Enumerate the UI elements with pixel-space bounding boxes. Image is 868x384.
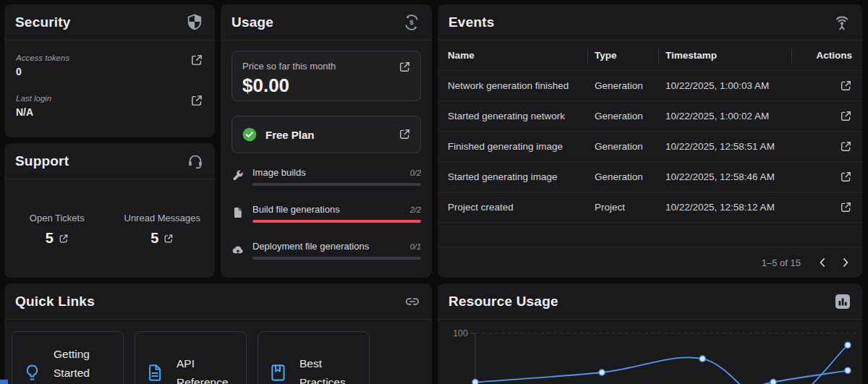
event-timestamp: 10/22/2025, 1:00:03 AM (658, 80, 791, 91)
event-timestamp: 10/22/2025, 12:58:12 AM (658, 202, 791, 213)
external-link-icon[interactable] (840, 110, 852, 122)
unread-messages-stat: Unread Messages 5 (110, 213, 216, 247)
meter-track (252, 257, 421, 260)
events-table-empty-space (438, 223, 862, 247)
meter-value: 0/1 (410, 242, 421, 251)
column-header-actions: Actions (791, 50, 852, 61)
meter-image-builds: Image builds 0/2 (231, 167, 421, 186)
meter-build-file-generations: Build file generations 2/2 (231, 204, 421, 223)
table-row: Network generation finished Generation 1… (438, 71, 862, 101)
event-name: Project created (448, 202, 587, 213)
chart-point (472, 380, 478, 384)
usage-title: Usage (231, 14, 273, 30)
table-row: Finished generating image Generation 10/… (438, 132, 862, 162)
lightbulb-icon (22, 363, 42, 383)
chart-line-series-b (747, 370, 848, 384)
quick-links-card-header: Quick Links (4, 283, 432, 320)
external-link-icon[interactable] (163, 234, 174, 244)
cloud-upload-icon (232, 244, 244, 260)
access-tokens-item: Access tokens 0 (16, 54, 203, 77)
meter-track (252, 220, 421, 223)
file-text-icon (145, 363, 165, 383)
external-link-icon[interactable] (59, 234, 69, 244)
chart-point (699, 356, 705, 362)
chevron-left-icon[interactable] (815, 255, 830, 270)
quick-link-best-practices[interactable]: Best Practices (258, 331, 370, 384)
svg-text:$: $ (409, 18, 414, 26)
quick-link-label: Getting Started Guide (54, 345, 113, 384)
external-link-icon[interactable] (190, 54, 203, 67)
access-tokens-value: 0 (16, 66, 69, 77)
pagination-range: 1–5 of 15 (762, 257, 801, 268)
events-title: Events (448, 14, 495, 30)
events-card: Events Name Type Timestamp Actions Netwo… (438, 4, 862, 278)
event-name: Finished generating image (448, 141, 587, 152)
event-type: Project (587, 202, 658, 213)
external-link-icon[interactable] (840, 140, 852, 153)
resource-usage-chart: 100 (438, 320, 862, 384)
events-table-header: Name Type Timestamp Actions (438, 40, 862, 71)
last-login-label: Last login (16, 94, 51, 103)
wrench-icon (232, 170, 244, 186)
usage-card-header: Usage $ (221, 4, 432, 40)
external-link-icon[interactable] (399, 128, 411, 140)
clipped-blue-element (0, 380, 8, 384)
column-header-timestamp: Timestamp (658, 50, 791, 61)
column-header-name: Name (448, 50, 587, 61)
quick-link-getting-started[interactable]: Getting Started Guide (12, 331, 124, 384)
meter-track (252, 183, 421, 186)
last-login-value: N/A (16, 106, 51, 118)
external-link-icon[interactable] (840, 80, 852, 92)
event-timestamp: 10/22/2025, 12:58:51 AM (658, 141, 791, 152)
events-pagination: 1–5 of 15 (438, 247, 862, 278)
external-link-icon[interactable] (840, 171, 852, 183)
broadcast-icon (833, 13, 851, 32)
check-circle-icon (242, 127, 257, 142)
event-name: Started generating network (448, 111, 587, 121)
support-card-header: Support (4, 143, 215, 179)
open-tickets-stat: Open Tickets 5 (4, 213, 110, 247)
open-tickets-value: 5 (46, 230, 54, 247)
external-link-icon[interactable] (840, 201, 852, 213)
usage-card: Usage $ Price so far this month $0.00 (221, 4, 432, 278)
event-type: Generation (587, 141, 658, 152)
shield-icon (185, 13, 204, 32)
resource-usage-title: Resource Usage (448, 294, 558, 310)
event-timestamp: 10/22/2025, 1:00:02 AM (658, 111, 791, 121)
open-tickets-label: Open Tickets (4, 213, 110, 223)
price-value: $0.00 (242, 74, 410, 97)
external-link-icon[interactable] (399, 61, 411, 73)
price-box: Price so far this month $0.00 (231, 51, 421, 101)
meter-fill (252, 220, 421, 223)
event-type: Generation (587, 80, 658, 91)
meter-deployment-file-generations: Deployment file generations 0/1 (231, 241, 421, 260)
meter-label: Image builds (252, 167, 306, 178)
quick-link-api-reference[interactable]: API Reference (135, 331, 247, 384)
bar-chart-icon[interactable] (834, 293, 851, 310)
event-type: Generation (587, 111, 658, 121)
chevron-right-icon[interactable] (838, 255, 853, 270)
event-timestamp: 10/22/2025, 12:58:46 AM (658, 171, 791, 182)
resource-usage-card: Resource Usage 100 (438, 283, 862, 384)
y-axis-tick-label: 100 (453, 328, 468, 338)
chart-point (845, 342, 851, 348)
plan-box: Free Plan (231, 116, 421, 153)
table-row: Project created Project 10/22/2025, 12:5… (438, 192, 862, 223)
file-icon (232, 207, 244, 223)
quick-link-label: Best Practices (299, 354, 359, 384)
chart-point (770, 380, 776, 384)
meter-label: Build file generations (252, 204, 340, 215)
support-card: Support Open Tickets 5 Unread Me (4, 143, 215, 278)
meter-value: 0/2 (410, 168, 421, 177)
event-type: Generation (587, 171, 658, 182)
external-link-icon[interactable] (190, 94, 203, 107)
support-title: Support (15, 153, 69, 169)
quick-links-title: Quick Links (15, 294, 95, 310)
unread-messages-label: Unread Messages (110, 213, 216, 223)
security-card: Security Access tokens 0 Last login (4, 4, 215, 137)
quick-link-label: API Reference (176, 354, 236, 384)
column-header-type: Type (587, 50, 658, 61)
price-label: Price so far this month (242, 61, 410, 72)
security-title: Security (15, 14, 71, 30)
headset-icon (187, 153, 204, 170)
